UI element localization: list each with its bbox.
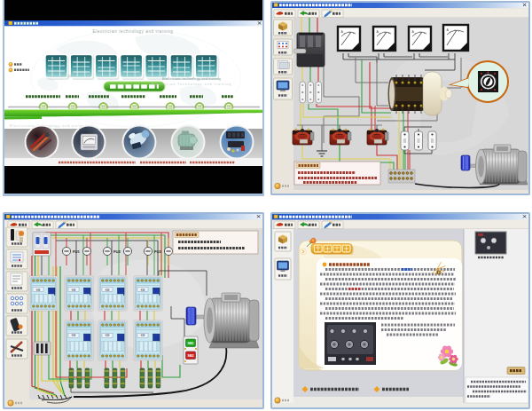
svg-text:KM: KM	[141, 334, 145, 337]
svg-text:FU2: FU2	[113, 249, 121, 254]
svg-text:KM: KM	[106, 334, 110, 337]
svg-text:KM: KM	[36, 288, 41, 292]
svg-text:SB1: SB1	[188, 342, 194, 345]
svg-text:Electricians technology and tr: Electricians technology and training	[162, 76, 222, 81]
svg-text:FU1: FU1	[73, 249, 81, 254]
svg-text:FU3: FU3	[154, 249, 162, 254]
svg-text:Electrician Technology and: Electrician Technology and training	[152, 83, 231, 86]
svg-text:KM: KM	[106, 288, 110, 292]
svg-text:SB2: SB2	[188, 354, 194, 358]
svg-text:KM: KM	[141, 288, 145, 292]
svg-text:Electrician technology and tra: Electrician technology and training	[93, 29, 174, 34]
svg-text:KM: KM	[72, 334, 76, 337]
svg-text:-CC: -CC	[66, 75, 73, 78]
svg-text:KM: KM	[72, 288, 76, 292]
